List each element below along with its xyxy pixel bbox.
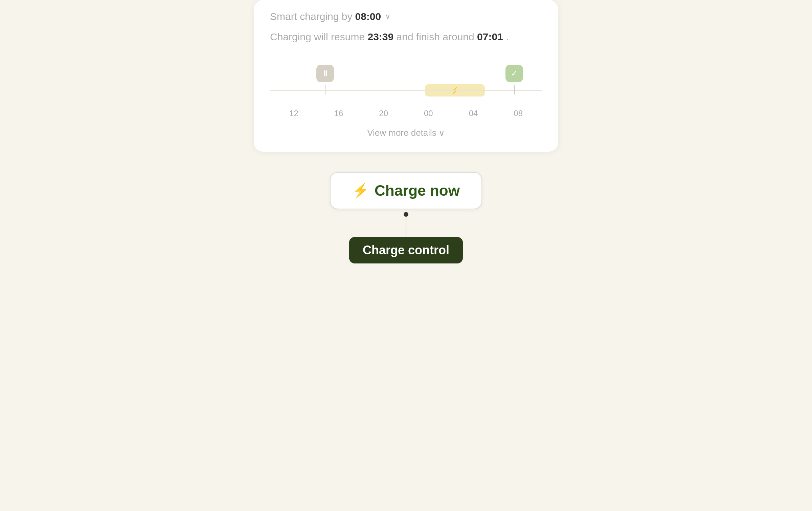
charge-now-wrapper: ⚡ Charge now Charge control [330,172,482,263]
timeline-track [270,90,542,91]
pause-icon: ⏸ [322,69,329,78]
time-label-08: 08 [496,109,541,118]
charge-now-button[interactable]: ⚡ Charge now [330,172,482,209]
charging-card: Smart charging by 08:00 ∨ Charging will … [254,0,558,152]
page-container: Smart charging by 08:00 ∨ Charging will … [0,0,812,511]
timeline-container: ⏸ ⚡ ✓ [270,57,542,105]
charge-now-label: Charge now [375,182,460,199]
time-label-20: 20 [361,109,406,118]
charging-period: . [506,31,509,42]
content-area: Smart charging by 08:00 ∨ Charging will … [244,0,568,263]
charge-control-tooltip: Charge control [349,237,463,263]
smart-charging-header: Smart charging by 08:00 ∨ [270,11,542,22]
time-label-00: 00 [406,109,451,118]
tooltip-connector [404,209,408,237]
charging-resume-time: 23:39 [367,31,393,42]
charging-resume-prefix: Charging will resume [270,31,365,42]
check-bubble: ✓ [505,65,523,82]
time-label-04: 04 [451,109,496,118]
connector-line [406,217,406,237]
view-more-chevron: ∨ [438,128,445,138]
view-more-details[interactable]: View more details ∨ [270,128,542,138]
connector-dot [404,212,408,217]
pause-bubble: ⏸ [316,65,334,82]
tooltip-label: Charge control [363,243,449,257]
time-label-16: 16 [316,109,361,118]
smart-charging-time: 08:00 [355,11,381,22]
check-handle-line [514,85,515,94]
chevron-down-icon[interactable]: ∨ [385,12,390,21]
view-more-label: View more details [367,128,436,138]
time-labels: 12 16 20 00 04 08 [270,109,542,118]
check-handle[interactable]: ✓ [505,65,523,94]
charging-finish-time: 07:01 [477,31,503,42]
charging-finish-prefix: and finish around [397,31,477,42]
check-icon: ✓ [511,69,518,78]
time-label-12: 12 [271,109,316,118]
charge-now-icon: ⚡ [352,183,369,198]
charging-description: Charging will resume 23:39 and finish ar… [270,29,542,45]
smart-charging-label: Smart charging by [270,11,352,22]
